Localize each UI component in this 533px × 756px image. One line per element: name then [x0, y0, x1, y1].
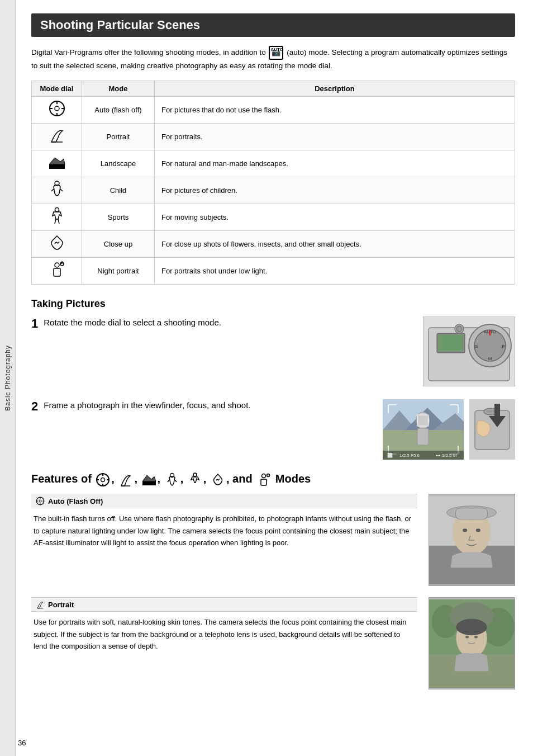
- table-cell-mode: Portrait: [82, 124, 155, 150]
- portrait-description: Use for portraits with soft, natural-loo…: [31, 616, 417, 652]
- svg-marker-61: [142, 475, 156, 481]
- step-1-container: 1 Rotate the mode dial to select a shoot…: [31, 316, 515, 388]
- table-row: Portrait For portraits.: [32, 124, 515, 150]
- svg-rect-7: [49, 164, 65, 169]
- modes-table: Mode dial Mode Description Auto (flash o…: [31, 81, 515, 285]
- features-heading: Features of , , , , , , and Modes: [31, 471, 515, 487]
- portrait-subheading: Portrait: [31, 597, 417, 612]
- table-cell-icon: [32, 124, 82, 150]
- step-1-image: AUTO P M S: [423, 316, 515, 388]
- svg-text:1/2.5  F5.6: 1/2.5 F5.6: [399, 453, 420, 458]
- table-cell-desc: For pictures that do not use the flash.: [155, 97, 515, 124]
- auto-flash-subheading: Auto (Flash Off): [31, 494, 417, 508]
- table-cell-desc: For close up shots of flowers, insects, …: [155, 231, 515, 258]
- side-tab-label: Basic Photography: [4, 345, 12, 411]
- features-and-text: and: [232, 472, 253, 485]
- svg-point-10: [55, 208, 59, 212]
- table-row: Sports For moving subjects.: [32, 204, 515, 231]
- svg-rect-60: [142, 481, 156, 485]
- table-row: Landscape For natural and man-made lands…: [32, 150, 515, 177]
- svg-point-79: [463, 528, 467, 532]
- table-cell-desc: For portraits.: [155, 124, 515, 150]
- svg-text:⬜: ⬜: [387, 452, 393, 458]
- table-row: Child For pictures of children.: [32, 177, 515, 204]
- intro-paragraph: Digital Vari-Programs offer the followin…: [31, 46, 515, 72]
- table-row: Close up For close up shots of flowers, …: [32, 231, 515, 258]
- table-cell-icon: [32, 177, 82, 204]
- svg-point-63: [193, 473, 197, 476]
- svg-rect-12: [54, 268, 60, 276]
- main-content: Shooting Particular Scenes Digital Vari-…: [16, 0, 533, 756]
- table-cell-mode: Landscape: [82, 150, 155, 177]
- table-cell-desc: For portraits shot under low light.: [155, 258, 515, 285]
- step-1-text: Rotate the mode dial to select a shootin…: [44, 316, 414, 329]
- table-row: Night portrait For portraits shot under …: [32, 258, 515, 285]
- table-cell-icon: [32, 150, 82, 177]
- dial-illustration: AUTO P M S: [423, 316, 515, 386]
- side-tab: Basic Photography: [0, 0, 16, 756]
- table-header-description: Description: [155, 81, 515, 97]
- page-number: 36: [18, 739, 26, 747]
- step-1-number: 1: [31, 316, 38, 331]
- auto-flash-photo: [429, 494, 515, 586]
- svg-point-80: [476, 528, 480, 532]
- table-row: Auto (flash off) For pictures that do no…: [32, 97, 515, 124]
- svg-point-64: [262, 474, 266, 478]
- svg-point-58: [101, 478, 105, 482]
- table-cell-mode: Auto (flash off): [82, 97, 155, 124]
- step-2-container: 2 Frame a photograph in the viewfinder, …: [31, 399, 515, 460]
- svg-point-27: [456, 326, 462, 332]
- title-bar: Shooting Particular Scenes: [31, 13, 515, 37]
- portrait-subheading-text: Portrait: [48, 601, 74, 609]
- table-cell-icon: [32, 97, 82, 124]
- taking-pictures-heading: Taking Pictures: [31, 298, 515, 310]
- auto-flash-description: The built-in flash turns off. Use where …: [31, 513, 417, 549]
- step-2-text: Frame a photograph in the viewfinder, fo…: [44, 399, 374, 412]
- features-modes-text: Modes: [275, 472, 311, 485]
- svg-point-90: [465, 635, 469, 638]
- svg-rect-35: [417, 428, 429, 445]
- svg-text:M: M: [488, 356, 492, 361]
- table-cell-desc: For natural and man-made landscapes.: [155, 150, 515, 177]
- auto-flash-subheading-text: Auto (Flash Off): [48, 497, 103, 505]
- table-cell-mode: Sports: [82, 204, 155, 231]
- table-header-mode-dial: Mode dial: [32, 81, 82, 97]
- step-2-images: ⬜ 1/2.5 F5.6 ▪▪▪ 1/2.5 9!: [383, 399, 515, 460]
- svg-text:▪▪▪ 1/2.5 9!: ▪▪▪ 1/2.5 9!: [436, 453, 456, 458]
- table-cell-mode: Child: [82, 177, 155, 204]
- table-header-mode: Mode: [82, 81, 155, 97]
- viewfinder-illustration: ⬜ 1/2.5 F5.6 ▪▪▪ 1/2.5 9!: [383, 399, 464, 460]
- svg-point-89: [456, 618, 487, 635]
- svg-rect-65: [261, 479, 266, 485]
- table-cell-desc: For moving subjects.: [155, 204, 515, 231]
- table-cell-mode: Close up: [82, 231, 155, 258]
- svg-point-5: [55, 106, 59, 111]
- auto-flash-text-col: Auto (Flash Off) The built-in flash turn…: [31, 494, 417, 549]
- svg-text:P: P: [502, 344, 505, 349]
- table-cell-icon: [32, 204, 82, 231]
- table-cell-desc: For pictures of children.: [155, 177, 515, 204]
- table-cell-icon: [32, 258, 82, 285]
- table-cell-icon: [32, 231, 82, 258]
- svg-point-72: [39, 500, 41, 502]
- svg-text:S: S: [475, 344, 478, 349]
- svg-point-11: [55, 263, 59, 267]
- portrait-text-col: Portrait Use for portraits with soft, na…: [31, 597, 417, 652]
- svg-rect-25: [439, 335, 463, 351]
- shutter-illustration: [469, 399, 515, 460]
- step-2-number: 2: [31, 399, 38, 414]
- svg-point-91: [474, 635, 478, 638]
- svg-rect-78: [455, 508, 487, 519]
- svg-marker-8: [49, 158, 65, 164]
- auto-flash-off-block: Auto (Flash Off) The built-in flash turn…: [31, 494, 515, 586]
- portrait-block: Portrait Use for portraits with soft, na…: [31, 597, 515, 689]
- portrait-photo: [429, 597, 515, 689]
- page-title: Shooting Particular Scenes: [40, 18, 506, 32]
- table-cell-mode: Night portrait: [82, 258, 155, 285]
